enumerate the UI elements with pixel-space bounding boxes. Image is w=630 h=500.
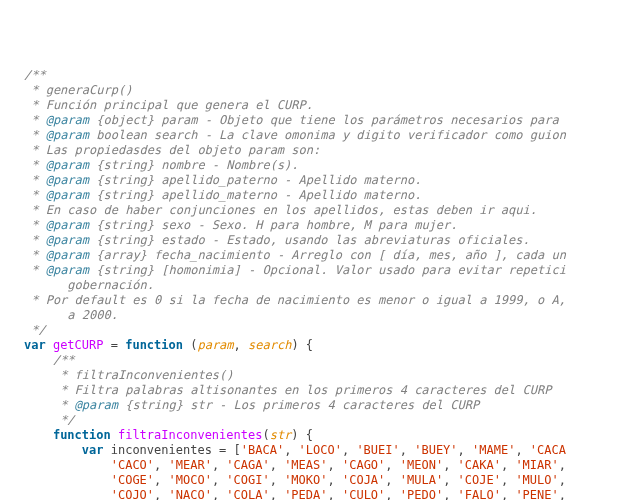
token-p: = — [104, 338, 126, 352]
token-t: @param — [46, 188, 89, 202]
token-c: */ — [53, 413, 75, 427]
code-line: /** — [24, 68, 630, 83]
code-line: * @param {string} apellido_materno - Ape… — [24, 188, 630, 203]
code-line: * @param boolean search - La clave omoni… — [24, 128, 630, 143]
code-line: */ — [24, 413, 630, 428]
code-line: a 2000. — [24, 308, 630, 323]
token-p: , — [342, 443, 356, 457]
token-kw: function — [125, 338, 183, 352]
token-p: , — [270, 488, 284, 500]
token-p — [24, 398, 53, 412]
token-kw: function — [53, 428, 111, 442]
token-p: , — [234, 338, 248, 352]
token-p: , — [154, 458, 168, 472]
token-pm: param — [197, 338, 233, 352]
token-c: * Por default es 0 si la fecha de nacimi… — [24, 293, 566, 307]
token-p: , — [212, 488, 226, 500]
token-c: */ — [24, 323, 46, 337]
code-line: * @param {object} param - Objeto que tie… — [24, 113, 630, 128]
token-c: * Las propiedasdes del objeto param son: — [24, 143, 320, 157]
token-p: ) { — [291, 428, 313, 442]
code-line: * @param {string} estado - Estado, usand… — [24, 233, 630, 248]
token-pm: str — [270, 428, 292, 442]
token-c: * Función principal que genera el CURP. — [24, 98, 313, 112]
token-p: , — [328, 458, 342, 472]
token-p: , — [385, 473, 399, 487]
token-s: 'CACO' — [111, 458, 154, 472]
token-s: 'MULA' — [400, 473, 443, 487]
code-line: * Función principal que genera el CURP. — [24, 98, 630, 113]
code-line: * Las propiedasdes del objeto param son: — [24, 143, 630, 158]
token-c: {string} apellido_paterno - Apellido mat… — [89, 173, 421, 187]
token-p — [24, 428, 53, 442]
token-s: 'MEON' — [400, 458, 443, 472]
token-c: {string} apellido_materno - Apellido mat… — [89, 188, 421, 202]
token-c: * — [53, 398, 75, 412]
token-s: 'PENE' — [515, 488, 558, 500]
token-fn: getCURP — [53, 338, 104, 352]
token-s: 'COJA' — [342, 473, 385, 487]
token-pm: search — [248, 338, 291, 352]
token-s: 'BUEY' — [414, 443, 457, 457]
token-s: 'COJE' — [458, 473, 501, 487]
code-viewer: /** * generaCurp() * Función principal q… — [24, 68, 630, 500]
token-p: , — [501, 458, 515, 472]
token-p: , — [458, 443, 472, 457]
token-p — [24, 488, 111, 500]
token-t: @param — [46, 233, 89, 247]
code-line: var inconvenientes = ['BACA', 'LOCO', 'B… — [24, 443, 630, 458]
token-t: @param — [46, 218, 89, 232]
token-c: * filtraInconvenientes() — [53, 368, 234, 382]
token-c: /** — [24, 68, 46, 82]
token-c: a 2000. — [24, 308, 118, 322]
token-c: * generaCurp() — [24, 83, 132, 97]
token-p — [24, 413, 53, 427]
token-p: , — [559, 488, 566, 500]
code-line: * Filtra palabras altisonantes en los pr… — [24, 383, 630, 398]
token-p: , — [212, 473, 226, 487]
token-p — [24, 368, 53, 382]
token-kw: var — [24, 338, 46, 352]
token-s: 'MEAS' — [284, 458, 327, 472]
token-p — [24, 458, 111, 472]
token-c: * — [24, 173, 46, 187]
token-p: , — [400, 443, 414, 457]
code-line: * generaCurp() — [24, 83, 630, 98]
token-p: inconvenientes = [ — [103, 443, 240, 457]
token-t: @param — [75, 398, 118, 412]
token-s: 'CACA — [530, 443, 566, 457]
token-c: * Filtra palabras altisonantes en los pr… — [53, 383, 552, 397]
code-line: * Por default es 0 si la fecha de nacimi… — [24, 293, 630, 308]
token-s: 'COGI' — [226, 473, 269, 487]
token-t: @param — [46, 158, 89, 172]
code-line: 'CACO', 'MEAR', 'CAGA', 'MEAS', 'CAGO', … — [24, 458, 630, 473]
code-line: 'COJO', 'NACO', 'COLA', 'PEDA', 'CULO', … — [24, 488, 630, 500]
code-line: /** — [24, 353, 630, 368]
token-p: , — [284, 443, 298, 457]
token-p: , — [270, 473, 284, 487]
code-line: * @param {array} fecha_nacimiento - Arre… — [24, 248, 630, 263]
token-p: ( — [262, 428, 269, 442]
code-line: * @param {string} str - Los primeros 4 c… — [24, 398, 630, 413]
token-p — [111, 428, 118, 442]
token-c: {array} fecha_nacimiento - Arreglo con [… — [89, 248, 566, 262]
token-s: 'CAGO' — [342, 458, 385, 472]
token-t: @param — [46, 263, 89, 277]
code-line: * filtraInconvenientes() — [24, 368, 630, 383]
token-s: 'LOCO' — [299, 443, 342, 457]
token-p — [24, 443, 82, 457]
token-p: , — [443, 473, 457, 487]
token-s: 'MAME' — [472, 443, 515, 457]
token-p: , — [385, 458, 399, 472]
token-c: * — [24, 218, 46, 232]
token-p — [24, 473, 111, 487]
token-p: , — [328, 473, 342, 487]
token-s: 'COLA' — [226, 488, 269, 500]
code-line: 'COGE', 'MOCO', 'COGI', 'MOKO', 'COJA', … — [24, 473, 630, 488]
token-p: , — [154, 488, 168, 500]
token-p: , — [515, 443, 529, 457]
token-c: * — [24, 158, 46, 172]
token-s: 'CAKA' — [458, 458, 501, 472]
code-line: function filtraInconvenientes(str) { — [24, 428, 630, 443]
token-c: * En caso de haber conjunciones en los a… — [24, 203, 537, 217]
